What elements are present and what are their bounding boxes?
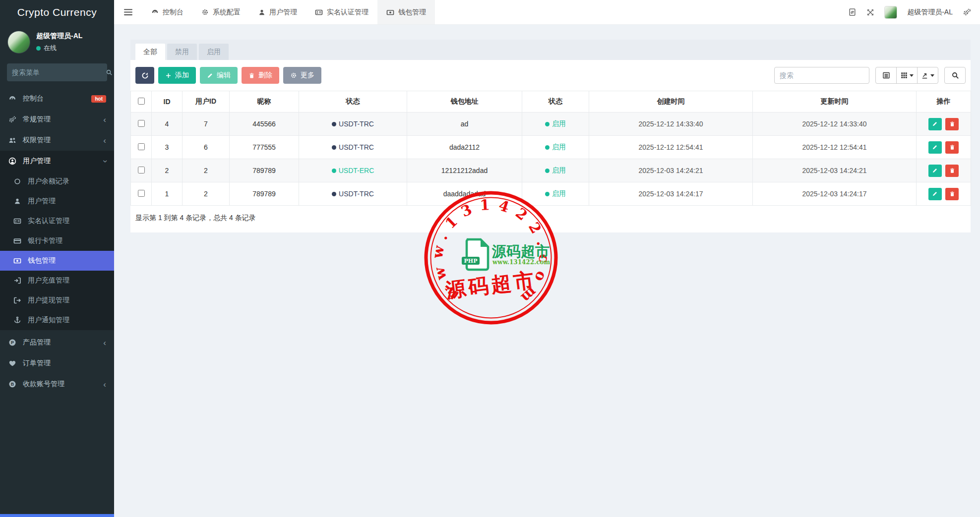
users-icon	[8, 136, 17, 144]
wallet-icon	[386, 8, 394, 16]
chevron-left-icon: ‹	[103, 339, 106, 347]
fullscreen-icon[interactable]	[866, 8, 874, 16]
wallet-icon	[13, 257, 22, 265]
wallet-type-badge: USDT-TRC	[332, 143, 374, 151]
sidebar-item-products[interactable]: P 产品管理 ‹	[0, 332, 114, 353]
sidebar-item-user-mgmt[interactable]: 用户管理 ‹	[0, 151, 114, 172]
sidebar-item-notifications[interactable]: 用户通知管理	[0, 310, 114, 330]
add-button[interactable]: 添加	[158, 67, 196, 84]
edit-button[interactable]: 编辑	[200, 67, 238, 84]
sidebar-item-wallets[interactable]: 钱包管理	[0, 251, 114, 271]
delete-button[interactable]: 删除	[242, 67, 279, 84]
wallet-type-badge: USDT-TRC	[332, 120, 374, 128]
columns-button[interactable]	[896, 67, 918, 84]
heart-icon	[8, 359, 17, 367]
gauge-icon	[151, 8, 159, 16]
wallet-type-badge: USDT-TRC	[332, 190, 374, 198]
col-id: ID	[152, 91, 183, 113]
wallet-table: ID 用户ID 昵称 状态 钱包地址 状态 创建时间 更新时间 操作 4 7 4…	[130, 91, 971, 206]
navtab-user-mgmt[interactable]: 用户管理	[249, 0, 306, 24]
navtab-kyc[interactable]: 实名认证管理	[306, 0, 377, 24]
row-checkbox[interactable]	[138, 120, 145, 127]
sidebar-item-orders[interactable]: 订单管理	[0, 353, 114, 374]
user-name: 超级管理员-AL	[36, 32, 82, 41]
avatar[interactable]	[884, 6, 897, 19]
anchor-icon	[13, 316, 22, 324]
trash-icon	[248, 72, 255, 79]
sidebar-menu: 控制台 hot 常规管理 ‹ 权限管理 ‹ 用户管理 ‹	[0, 88, 114, 395]
table-row: 2 2 789789 USDT-ERC 12121212adad 启用 2025…	[131, 159, 971, 182]
row-edit-button[interactable]	[928, 188, 942, 200]
row-delete-button[interactable]	[945, 118, 959, 130]
app-title: Crypto Currency	[0, 0, 114, 25]
filter-tab-disabled[interactable]: 禁用	[167, 44, 197, 60]
sidebar-item-dashboard[interactable]: 控制台 hot	[0, 88, 114, 109]
sidebar-item-bank-cards[interactable]: 银行卡管理	[0, 231, 114, 251]
col-type: 状态	[299, 91, 407, 113]
col-created: 创建时间	[589, 91, 753, 113]
refresh-button[interactable]	[135, 67, 154, 84]
sidebar-item-withdrawals[interactable]: 用户提现管理	[0, 290, 114, 310]
row-delete-button[interactable]	[945, 165, 959, 177]
sidebar: Crypto Currency 超级管理员-AL 在线 控制台 hot	[0, 0, 114, 517]
filter-tab-enabled[interactable]: 启用	[199, 44, 229, 60]
table-search-input[interactable]	[774, 67, 869, 84]
clear-cache-icon[interactable]	[848, 8, 857, 16]
row-checkbox[interactable]	[138, 190, 145, 197]
search-icon[interactable]	[106, 69, 113, 76]
table-row: 1 2 789789 USDT-TRC daaddadadad 启用 2025-…	[131, 182, 971, 206]
filter-tab-all[interactable]: 全部	[135, 44, 165, 60]
svg-text:P: P	[11, 340, 14, 345]
sidebar-item-permission[interactable]: 权限管理 ‹	[0, 130, 114, 151]
row-edit-button[interactable]	[928, 165, 942, 177]
navtab-system-config[interactable]: 系统配置	[192, 0, 249, 24]
caret-down-icon	[910, 74, 914, 77]
hamburger-icon[interactable]	[114, 0, 142, 24]
pencil-icon	[207, 72, 213, 79]
col-updated: 更新时间	[753, 91, 917, 113]
wallet-panel: 全部 禁用 启用 添加 编辑 删除 更多	[130, 40, 971, 232]
sidebar-item-users[interactable]: 用户管理	[0, 191, 114, 211]
col-actions: 操作	[917, 91, 971, 113]
row-checkbox[interactable]	[138, 143, 145, 150]
navbar-user-name[interactable]: 超级管理员-AL	[907, 8, 953, 17]
sidebar-item-balance-records[interactable]: 用户余额记录	[0, 172, 114, 191]
user-icon	[258, 9, 265, 16]
row-delete-button[interactable]	[945, 188, 959, 200]
detail-view-button[interactable]	[875, 67, 897, 84]
sidebar-search-input[interactable]	[12, 68, 102, 76]
user-circle-icon	[8, 157, 17, 165]
row-edit-button[interactable]	[928, 141, 942, 154]
sidebar-search[interactable]	[7, 63, 107, 81]
more-button[interactable]: 更多	[283, 67, 321, 84]
sidebar-item-payment-accounts[interactable]: B 收款账号管理 ‹	[0, 374, 114, 395]
col-nickname: 昵称	[230, 91, 299, 113]
sidebar-item-kyc[interactable]: 实名认证管理	[0, 211, 114, 231]
sidebar-item-deposits[interactable]: 用户充值管理	[0, 271, 114, 290]
row-checkbox[interactable]	[138, 167, 145, 173]
gear-icon	[201, 8, 209, 16]
b-circle-icon: B	[8, 380, 17, 388]
avatar[interactable]	[7, 31, 30, 54]
row-delete-button[interactable]	[945, 141, 959, 154]
search-button[interactable]	[944, 67, 966, 84]
cogs-icon[interactable]	[963, 8, 971, 16]
gear-icon	[290, 72, 297, 79]
row-edit-button[interactable]	[928, 118, 942, 130]
status-badge: 启用	[545, 189, 566, 198]
sign-out-icon	[13, 296, 22, 304]
col-status: 状态	[522, 91, 589, 113]
table-toolbar: 添加 编辑 删除 更多	[130, 60, 971, 91]
sign-in-icon	[13, 277, 22, 285]
user-icon	[13, 198, 22, 205]
sidebar-bottom-bar	[0, 514, 114, 517]
export-button[interactable]	[917, 67, 938, 84]
navtab-wallets[interactable]: 钱包管理	[377, 0, 435, 24]
table-row: 3 6 777555 USDT-TRC dada2112 启用 2025-12-…	[131, 136, 971, 159]
select-all-checkbox[interactable]	[138, 98, 145, 105]
chevron-down-icon: ‹	[101, 160, 109, 163]
navtab-dashboard[interactable]: 控制台	[142, 0, 192, 24]
wallet-type-badge: USDT-ERC	[332, 167, 374, 174]
svg-text:B: B	[11, 382, 14, 387]
sidebar-item-general[interactable]: 常规管理 ‹	[0, 109, 114, 130]
